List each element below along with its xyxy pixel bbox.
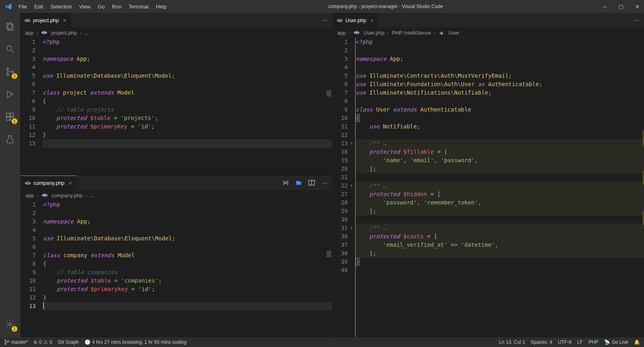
window-title: company.php - proyect-manager - Visual S…: [170, 4, 601, 9]
breadcrumbs-project[interactable]: app › project.php › …: [20, 27, 332, 38]
git-branch[interactable]: master*: [4, 339, 28, 345]
menu-go[interactable]: Go: [95, 2, 108, 11]
tab-close-icon[interactable]: ×: [63, 17, 66, 24]
svg-point-22: [354, 31, 360, 34]
chevron-right-icon: ›: [434, 30, 436, 36]
breadcrumbs-company[interactable]: app › company.php › …: [21, 190, 332, 200]
more-actions-icon[interactable]: ⋯: [633, 17, 640, 24]
scm-badge: 2: [12, 73, 17, 79]
search-icon[interactable]: [0, 39, 20, 59]
bc-file[interactable]: User.php: [363, 30, 384, 36]
class-icon: ◈: [438, 29, 445, 36]
maximize-icon[interactable]: ▢: [617, 4, 625, 10]
pane-company: PHP company.php × ⋯ app › company.php › …: [20, 175, 332, 337]
bc-more[interactable]: …: [85, 30, 90, 36]
bc-folder[interactable]: app: [337, 30, 346, 36]
bc-class[interactable]: User: [448, 30, 459, 36]
menu-run[interactable]: Run: [109, 2, 125, 11]
fold-icon[interactable]: ›: [350, 182, 353, 190]
menu-selection[interactable]: Selection: [47, 2, 75, 11]
close-icon[interactable]: ✕: [634, 4, 641, 10]
svg-rect-8: [10, 113, 14, 116]
encoding[interactable]: UTF-8: [558, 339, 572, 345]
svg-rect-9: [6, 117, 10, 120]
window-controls: ─ ▢ ✕: [601, 4, 641, 10]
pane-project: PHP project.php × ⋯ app › project.php › …: [20, 13, 332, 175]
svg-text:PHP: PHP: [26, 182, 30, 184]
split-editor-icon[interactable]: [308, 179, 315, 186]
svg-point-25: [8, 341, 9, 342]
more-actions-icon[interactable]: ⋯: [321, 17, 328, 24]
svg-line-3: [11, 50, 14, 53]
menu-bar: File Edit Selection View Go Run Terminal…: [15, 2, 170, 11]
overview-ruler-marker: [642, 211, 644, 225]
line-gutter: 12345678910111213: [20, 38, 43, 175]
minimap-slider[interactable]: [326, 90, 331, 97]
fold-icon[interactable]: ›: [350, 224, 353, 232]
activity-bar: 2 1 1: [0, 13, 20, 337]
editor-user[interactable]: 1234567891011121318192021222728293031363…: [332, 38, 644, 337]
editor-project[interactable]: 12345678910111213 <?php namespace App; u…: [20, 38, 332, 175]
code-area[interactable]: <?php namespace App; use Illuminate\Data…: [43, 200, 332, 337]
svg-point-2: [7, 46, 12, 51]
tab-user[interactable]: PHP User.php ×: [332, 13, 378, 27]
tab-close-icon[interactable]: ×: [68, 180, 72, 186]
extensions-icon[interactable]: 1: [0, 107, 20, 126]
chevron-right-icon: ›: [80, 30, 81, 36]
tab-company[interactable]: PHP company.php ×: [21, 176, 76, 190]
menu-edit[interactable]: Edit: [31, 2, 46, 11]
menu-file[interactable]: File: [15, 2, 30, 11]
code-area[interactable]: <?php namespace App; use Illuminate\Cont…: [355, 38, 644, 337]
tabbar-company: PHP company.php × ⋯: [21, 176, 332, 190]
git-graph[interactable]: Git Graph: [58, 339, 79, 345]
breadcrumbs-user[interactable]: app › User.php › PHP IntelliSense › ◈ Us…: [332, 27, 644, 38]
bc-more[interactable]: …: [90, 192, 95, 198]
tab-label: company.php: [33, 180, 64, 186]
eol[interactable]: LF: [577, 339, 583, 345]
tabbar-project: PHP project.php × ⋯: [20, 13, 332, 27]
tab-project[interactable]: PHP project.php ×: [20, 13, 71, 27]
editor-company[interactable]: 12345678910111213 <?php namespace App; u…: [21, 200, 332, 337]
menu-view[interactable]: View: [76, 2, 94, 11]
clock-icon: 🕓: [85, 339, 91, 345]
go-live[interactable]: 📡 Go Live: [604, 339, 628, 345]
language-mode[interactable]: PHP: [588, 339, 599, 345]
compare-icon[interactable]: [282, 179, 289, 186]
titlebar: File Edit Selection View Go Run Terminal…: [0, 0, 644, 13]
fold-icon[interactable]: ›: [350, 139, 353, 148]
extensions-badge: 1: [12, 118, 17, 124]
time-tracking[interactable]: 🕓 4 hrs 27 mins browsing, 1 hr 55 mins c…: [85, 339, 187, 345]
settings-badge: 1: [12, 326, 17, 332]
chevron-right-icon: ›: [387, 30, 389, 36]
explorer-icon[interactable]: [0, 17, 20, 36]
cursor-position[interactable]: Ln 13, Col 1: [499, 339, 525, 345]
testing-icon[interactable]: [0, 130, 20, 149]
menu-terminal[interactable]: Terminal: [126, 2, 152, 11]
indent[interactable]: Spaces: 4: [531, 339, 552, 345]
code-area[interactable]: <?php namespace App; use Illuminate\Data…: [43, 38, 332, 175]
php-file-icon: [41, 29, 47, 36]
more-actions-icon[interactable]: ⋯: [321, 179, 328, 186]
bc-folder[interactable]: app: [25, 30, 34, 36]
chevron-right-icon: ›: [37, 192, 39, 198]
problems[interactable]: ⊘0 ⚠0: [33, 339, 52, 345]
run-debug-icon[interactable]: [0, 85, 20, 104]
bc-intellisense[interactable]: PHP IntelliSense: [392, 30, 431, 36]
chevron-right-icon: ›: [37, 30, 38, 36]
bc-folder[interactable]: app: [25, 192, 34, 198]
open-changes-icon[interactable]: [295, 179, 302, 186]
settings-gear-icon[interactable]: 1: [0, 315, 20, 334]
tab-label: User.php: [345, 17, 366, 23]
minimap-slider[interactable]: [326, 251, 331, 257]
tabbar-user: PHP User.php × ⋯: [332, 13, 644, 27]
tab-close-icon[interactable]: ×: [370, 17, 374, 24]
notifications-icon[interactable]: 🔔: [634, 339, 640, 345]
menu-help[interactable]: Help: [153, 2, 170, 11]
bc-file[interactable]: project.php: [51, 30, 77, 36]
bc-file[interactable]: company.php: [52, 192, 83, 198]
php-file-icon: [41, 192, 48, 198]
tab-label: project.php: [33, 17, 59, 23]
source-control-icon[interactable]: 2: [0, 62, 20, 81]
svg-point-11: [9, 323, 11, 326]
minimize-icon[interactable]: ─: [601, 4, 609, 10]
